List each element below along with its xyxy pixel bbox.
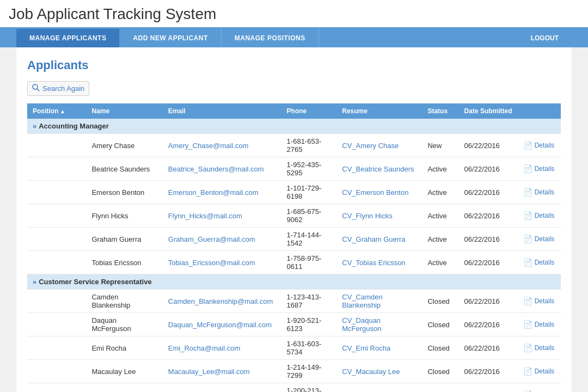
cell-resume[interactable]: CV_Emerson Benton <box>336 181 422 204</box>
group-header-row[interactable]: »Customer Service Representative <box>27 274 561 290</box>
resume-link[interactable]: CV_Camden Blankenship <box>342 293 382 309</box>
cell-email[interactable]: Emi_Rocha@mail.com <box>163 336 281 360</box>
details-button[interactable]: 📄 Details <box>523 188 555 197</box>
cell-resume[interactable]: CV_Graham Guerra <box>336 228 422 251</box>
cell-position <box>27 290 86 313</box>
email-link[interactable]: Amery_Chase@mail.com <box>168 142 249 150</box>
cell-date: 06/22/2016 <box>459 181 518 204</box>
cell-resume[interactable]: CV_Emi Rocha <box>336 336 422 360</box>
email-link[interactable]: Emi_Rocha@mail.com <box>168 344 240 352</box>
cell-position <box>27 251 86 274</box>
details-button[interactable]: 📄 Details <box>523 141 555 150</box>
cell-date: 06/22/2016 <box>459 157 518 181</box>
cell-resume[interactable]: CV_Camden Blankenship <box>336 290 422 313</box>
cell-status: New <box>422 134 458 157</box>
nav-manage-applicants[interactable]: MANAGE APPLICANTS <box>16 29 120 47</box>
group-header-label: »Accounting Manager <box>27 119 561 134</box>
email-link[interactable]: Tobias_Ericsson@mail.com <box>168 259 255 267</box>
email-link[interactable]: Emerson_Benton@mail.com <box>168 188 259 197</box>
cell-email[interactable]: Paul_Johnson@mail.com <box>163 383 281 393</box>
resume-link[interactable]: CV_Amery Chase <box>342 142 399 150</box>
group-header-row[interactable]: »Accounting Manager <box>27 119 561 134</box>
cell-action[interactable]: 📄 Details <box>518 204 561 228</box>
cell-status: Active <box>422 157 458 181</box>
details-doc-icon: 📄 <box>523 141 532 150</box>
cell-email[interactable]: Macaulay_Lee@mail.com <box>163 360 281 383</box>
details-doc-icon: 📄 <box>523 164 532 173</box>
cell-action[interactable]: 📄 Details <box>518 313 561 336</box>
cell-resume[interactable]: CV_Amery Chase <box>336 134 422 157</box>
cell-name: Amery Chase <box>86 134 162 157</box>
search-again-button[interactable]: Search Again <box>27 81 89 96</box>
cell-action[interactable]: 📄 Details <box>518 290 561 313</box>
table-row: Emi RochaEmi_Rocha@mail.com1-631-603-573… <box>27 336 561 360</box>
cell-status: Closed <box>422 313 458 336</box>
resume-link[interactable]: CV_Emerson Benton <box>342 188 408 197</box>
details-button[interactable]: 📄 Details <box>523 258 555 267</box>
cell-position <box>27 181 86 204</box>
resume-link[interactable]: CV_Flynn Hicks <box>342 212 392 220</box>
cell-action[interactable]: 📄 Details <box>518 360 561 383</box>
cell-phone: 1-714-144-1542 <box>281 228 337 251</box>
details-button[interactable]: 📄 Details <box>523 367 555 376</box>
details-button[interactable]: 📄 Details <box>523 164 555 173</box>
details-button[interactable]: 📄 Details <box>523 320 555 329</box>
cell-action[interactable]: 📄 Details <box>518 251 561 274</box>
col-header-name: Name <box>86 103 162 119</box>
details-button[interactable]: 📄 Details <box>523 297 555 305</box>
cell-action[interactable]: 📄 Details <box>518 157 561 181</box>
col-header-position[interactable]: Position <box>27 103 86 119</box>
cell-action[interactable]: 📄 Details <box>518 181 561 204</box>
cell-action[interactable]: 📄 Details <box>518 228 561 251</box>
resume-link[interactable]: CV_Daquan McFerguson <box>342 316 381 333</box>
details-doc-icon: 📄 <box>523 367 532 376</box>
details-button[interactable]: 📄 Details <box>523 344 555 352</box>
email-link[interactable]: Camden_Blankenship@mail.com <box>168 297 273 305</box>
email-link[interactable]: Flynn_Hicks@mail.com <box>168 212 242 220</box>
cell-email[interactable]: Tobias_Ericsson@mail.com <box>163 251 281 274</box>
resume-link[interactable]: CV_Beatrice Saunders <box>342 165 414 173</box>
cell-resume[interactable]: CV_Flynn Hicks <box>336 204 422 228</box>
cell-phone: 1-952-435-5295 <box>281 157 337 181</box>
cell-position <box>27 134 86 157</box>
cell-email[interactable]: Emerson_Benton@mail.com <box>163 181 281 204</box>
email-link[interactable]: Daquan_McFerguson@mail.com <box>168 321 272 329</box>
group-header-label: »Customer Service Representative <box>27 274 561 290</box>
cell-email[interactable]: Flynn_Hicks@mail.com <box>163 204 281 228</box>
nav-logout[interactable]: LOGOUT <box>518 29 572 47</box>
cell-resume[interactable]: CV_Macaulay Lee <box>336 360 422 383</box>
cell-email[interactable]: Camden_Blankenship@mail.com <box>163 290 281 313</box>
cell-action[interactable]: 📄 Details <box>518 336 561 360</box>
nav-add-new-applicant[interactable]: ADD NEW APPLICANT <box>120 29 221 47</box>
resume-link[interactable]: CV_Graham Guerra <box>342 235 405 243</box>
nav-bar: MANAGE APPLICANTS ADD NEW APPLICANT MANA… <box>0 29 588 47</box>
cell-position <box>27 383 86 393</box>
email-link[interactable]: Graham_Guerra@mail.com <box>168 235 255 243</box>
cell-email[interactable]: Daquan_McFerguson@mail.com <box>163 313 281 336</box>
cell-status: Active <box>422 204 458 228</box>
details-button[interactable]: 📄 Details <box>523 211 555 220</box>
details-button[interactable]: 📄 Details <box>523 235 555 243</box>
search-again-label: Search Again <box>42 84 84 93</box>
cell-name: Daquan McFerguson <box>86 313 162 336</box>
cell-email[interactable]: Amery_Chase@mail.com <box>163 134 281 157</box>
table-row: Daquan McFergusonDaquan_McFerguson@mail.… <box>27 313 561 336</box>
table-row: Beatrice SaundersBeatrice_Saunders@mail.… <box>27 157 561 181</box>
resume-link[interactable]: CV_Tobias Ericsson <box>342 259 405 267</box>
cell-action[interactable]: 📄 Details <box>518 383 561 393</box>
cell-email[interactable]: Beatrice_Saunders@mail.com <box>163 157 281 181</box>
cell-email[interactable]: Graham_Guerra@mail.com <box>163 228 281 251</box>
cell-resume[interactable]: CV_Beatrice Saunders <box>336 157 422 181</box>
resume-link[interactable]: CV_Macaulay Lee <box>342 367 400 376</box>
cell-resume[interactable]: CV_Daquan McFerguson <box>336 313 422 336</box>
cell-resume[interactable]: CV_Tobias Ericsson <box>336 251 422 274</box>
cell-action[interactable]: 📄 Details <box>518 134 561 157</box>
email-link[interactable]: Beatrice_Saunders@mail.com <box>168 165 264 173</box>
resume-link[interactable]: CV_Emi Rocha <box>342 344 390 352</box>
email-link[interactable]: Macaulay_Lee@mail.com <box>168 367 250 376</box>
cell-name: Emerson Benton <box>86 181 162 204</box>
cell-name: Flynn Hicks <box>86 204 162 228</box>
table-row: Paul JohnsonPaul_Johnson@mail.com1-200-2… <box>27 383 561 393</box>
cell-resume[interactable]: CV_Paul Johnson <box>336 383 422 393</box>
nav-manage-positions[interactable]: MANAGE POSITIONS <box>222 29 319 47</box>
